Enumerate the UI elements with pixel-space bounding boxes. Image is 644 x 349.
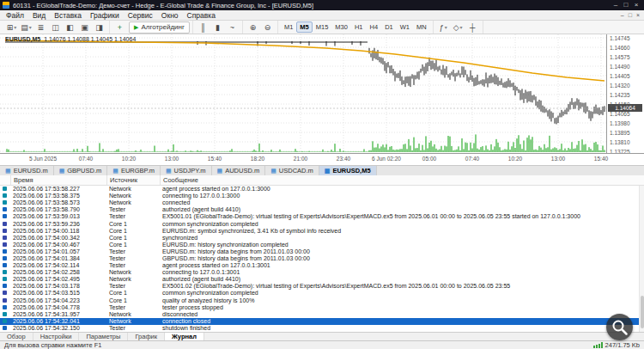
timeframe-m30-button[interactable]: M30: [331, 21, 351, 33]
tester-tab-2[interactable]: Настройки: [33, 333, 80, 340]
strategy-tester-icon: ◨: [95, 23, 103, 32]
timeframe-m15-button[interactable]: M15: [313, 21, 332, 33]
chart-tab-1[interactable]: ▦EURUSD.m: [0, 166, 54, 175]
log-message: connected: [160, 199, 644, 206]
chart-tab-6[interactable]: ▦USDCAD.m: [265, 166, 319, 175]
timeframe-m1-button[interactable]: M1: [281, 21, 296, 33]
log-time: 2025.06.06 17:54:00.342: [10, 235, 106, 242]
journal-row[interactable]: 2025.06.06 17:53:59.013TesterEX5001.01 (…: [0, 213, 644, 220]
chart-tab-2[interactable]: ▦GBPUSD.m: [54, 166, 108, 175]
chart-ohlc-values: 1.14076 1.14088 1.14045 1.14064: [44, 36, 136, 42]
journal-row[interactable]: 2025.06.06 17:54:00.118Core 1EURUSD.m: s…: [0, 228, 644, 235]
zoom-overlay-button[interactable]: [606, 314, 633, 340]
window-close-button[interactable]: ×: [631, 0, 641, 10]
indicators-button[interactable]: ƒ▾: [436, 21, 451, 33]
price-chart[interactable]: [0, 34, 644, 153]
candles-chart-button[interactable]: ▮: [210, 21, 225, 33]
price-tick: 1.14150: [610, 101, 630, 107]
log-source-icon: [3, 319, 7, 323]
log-time: 2025.06.06 17:54:01.057: [10, 248, 106, 255]
zoom-in-button[interactable]: ⊕: [246, 21, 260, 33]
journal-column-2[interactable]: Источник: [106, 175, 160, 185]
journal-row[interactable]: 2025.06.06 17:53:58.227Networkagent proc…: [0, 186, 644, 193]
journal-scrollbar-thumb[interactable]: [641, 296, 644, 328]
journal-row[interactable]: 2025.06.06 17:54:02.495Networkauthorized…: [0, 276, 644, 283]
log-time: 2025.06.06 17:53:59.013: [10, 213, 106, 220]
window-minimize-button[interactable]: –: [611, 0, 621, 10]
chart-tab-7[interactable]: ▦EURUSD,M5: [319, 166, 377, 175]
market-watch-button[interactable]: ≣: [33, 21, 48, 33]
journal-scrollbar[interactable]: [639, 186, 644, 332]
journal-row[interactable]: 2025.06.06 17:53:58.573Networkconnected: [0, 199, 644, 206]
line-chart-icon: ~: [230, 23, 234, 32]
timeframe-h4-button[interactable]: H4: [367, 21, 382, 33]
bars-chart-button[interactable]: ║: [196, 21, 210, 33]
journal-row[interactable]: 2025.06.06 17:53:58.790Testerauthorized …: [0, 206, 644, 213]
menu-item-3[interactable]: Вставка: [50, 11, 86, 20]
menu-item-1[interactable]: Файл: [2, 11, 28, 20]
chart-tab-4[interactable]: ▦USDJPY.m: [161, 166, 212, 175]
log-source: Tester: [106, 325, 160, 332]
new-chart-button[interactable]: ⊞▾: [4, 21, 19, 33]
journal-row[interactable]: 2025.06.06 17:54:31.957Networkdisconnect…: [0, 311, 644, 318]
time-axis[interactable]: 5 Jun 202507:4010:2013:0015:4018:2021:00…: [0, 153, 644, 165]
journal-row[interactable]: 2025.06.06 17:54:03.515Core 1common sync…: [0, 290, 644, 297]
new-order-button[interactable]: +: [112, 21, 127, 33]
menu-item-2[interactable]: Вид: [28, 11, 50, 20]
journal-row[interactable]: 2025.06.06 17:53:58.375Networkconnecting…: [0, 193, 644, 199]
timeframe-d1-button[interactable]: D1: [381, 21, 397, 33]
journal-row[interactable]: 2025.06.06 17:54:02.114Testeragent proce…: [0, 262, 644, 269]
menu-item-4[interactable]: Графики: [86, 11, 124, 20]
journal-column-1[interactable]: Время: [10, 175, 106, 185]
crosshair-button[interactable]: ┼: [465, 21, 480, 33]
timeframe-m5-button[interactable]: M5: [296, 21, 312, 33]
journal-row[interactable]: 2025.06.06 17:54:02.258Networkconnecting…: [0, 269, 644, 276]
journal-row[interactable]: 2025.06.06 17:54:04.778Testertester proc…: [0, 304, 644, 311]
journal-row[interactable]: 2025.06.06 17:54:00.342Core 1synchronize…: [0, 235, 644, 242]
line-chart-button[interactable]: ~: [225, 21, 240, 33]
journal-row[interactable]: 2025.06.06 17:54:01.057TesterEURUSD.m: h…: [0, 248, 644, 255]
window-maximize-button[interactable]: □: [621, 0, 631, 10]
timeframe-h1-button[interactable]: H1: [351, 21, 367, 33]
chart-area[interactable]: EURUSD,M51.14076 1.14088 1.14045 1.14064…: [0, 34, 644, 165]
bars-chart-icon: ║: [200, 23, 205, 32]
menu-item-7[interactable]: Справка: [183, 11, 220, 20]
data-window-button[interactable]: ◫: [48, 21, 63, 33]
chart-tab-3[interactable]: ▦EURGBP.m: [107, 166, 161, 175]
journal-row[interactable]: 2025.06.06 17:53:59.236Core 1common sync…: [0, 220, 644, 227]
menu-item-6[interactable]: Окно: [157, 11, 183, 20]
chart-profiles-button[interactable]: ▤▾: [19, 21, 33, 33]
toolbox-button[interactable]: ▣: [77, 21, 92, 33]
chart-restore-button[interactable]: □: [629, 12, 632, 18]
algo-trading-button[interactable]: ▶Алготрейдинг: [129, 21, 190, 34]
tester-tab-5[interactable]: Журнал: [165, 333, 204, 340]
chart-tab-5[interactable]: ▦AUDUSD.m: [212, 166, 266, 175]
navigator-button[interactable]: ◧: [63, 21, 77, 33]
journal-row-icon-cell: [0, 186, 10, 193]
tester-tab-4[interactable]: График: [128, 333, 165, 340]
tester-tab-3[interactable]: Параметры: [79, 333, 128, 340]
log-source-icon: [3, 298, 7, 303]
chart-close-button[interactable]: ×: [636, 12, 640, 18]
chart-minimize-button[interactable]: –: [621, 12, 624, 18]
zoom-out-button[interactable]: ⊖: [260, 21, 275, 33]
chart-window-controls: –□×: [621, 12, 644, 18]
timeframe-w1-button[interactable]: W1: [397, 21, 413, 33]
journal-row[interactable]: 2025.06.06 17:54:01.384TesterGBPUSD.m: h…: [0, 255, 644, 262]
menu-item-5[interactable]: Сервис: [124, 11, 157, 20]
log-message: connection closed: [160, 318, 644, 325]
strategy-tester-button[interactable]: ◨: [92, 21, 106, 33]
timeframe-mn-button[interactable]: MN: [413, 21, 430, 33]
journal-row-icon-cell: [0, 255, 10, 262]
log-time: 2025.06.06 17:53:58.375: [10, 193, 106, 199]
journal-row[interactable]: 2025.06.06 17:54:00.467Core 1EURUSD.m: h…: [0, 242, 644, 248]
price-axis[interactable]: 1.14064 1.147451.146601.145751.144901.14…: [606, 34, 644, 153]
journal-row[interactable]: 2025.06.06 17:54:32.041Networkconnection…: [0, 318, 644, 325]
journal-column-3[interactable]: Сообщение: [160, 175, 644, 185]
journal-row[interactable]: 2025.06.06 17:54:32.150Testershutdown fi…: [0, 325, 644, 332]
objects-button[interactable]: ◇▾: [451, 21, 465, 33]
zoom-out-icon: ⊖: [264, 23, 271, 32]
journal-row[interactable]: 2025.06.06 17:54:04.223Core 1quality of …: [0, 297, 644, 304]
journal-row[interactable]: 2025.06.06 17:54:03.178TesterEX5001.02 (…: [0, 283, 644, 290]
tester-tab-1[interactable]: Обзор: [0, 333, 33, 340]
